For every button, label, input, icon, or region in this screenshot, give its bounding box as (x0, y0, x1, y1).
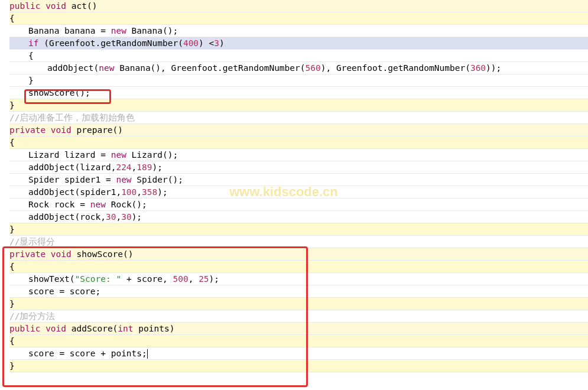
code-line: Lizard lizard = new Lizard(); (9, 149, 588, 161)
code-line: { (9, 335, 588, 347)
code-line: score = score + points; (9, 347, 588, 360)
code-line: { (9, 136, 588, 149)
code-comment: //显示得分 (9, 236, 588, 248)
code-line: } (9, 223, 588, 236)
code-comment: //启动准备工作，加载初始角色 (9, 112, 588, 124)
code-line: score = score; (9, 285, 588, 298)
code-line: addObject(lizard,224,189); (9, 161, 588, 174)
code-line: } (9, 74, 588, 87)
code-line: } (9, 360, 588, 372)
code-line: addObject(spider1,100,358); (9, 186, 588, 199)
code-line: { (9, 261, 588, 273)
cursor-icon (147, 349, 148, 359)
code-comment: //加分方法 (9, 310, 588, 323)
code-line: public void addScore(int points) (9, 323, 588, 335)
code-line: private void showScore() (9, 248, 588, 261)
code-line: showText("Score: " + score, 500, 25); (9, 273, 588, 285)
code-line: { (9, 50, 588, 62)
code-line: } (9, 99, 588, 112)
code-line: { (9, 12, 588, 25)
code-line: Spider spider1 = new Spider(); (9, 174, 588, 186)
code-line: showScore(); (9, 87, 588, 99)
code-line: public void act() (9, 0, 588, 12)
code-line: addObject(new Banana(), Greenfoot.getRan… (9, 62, 588, 74)
code-line: addObject(rock,30,30); (9, 211, 588, 223)
code-line: Rock rock = new Rock(); (9, 199, 588, 211)
code-line: Banana banana = new Banana(); (9, 25, 588, 37)
code-line: private void prepare() (9, 124, 588, 136)
code-editor: public void act() { Banana banana = new … (0, 0, 588, 372)
code-line: if (Greenfoot.getRandomNumber(400) <3) (9, 37, 588, 50)
code-line: } (9, 298, 588, 310)
